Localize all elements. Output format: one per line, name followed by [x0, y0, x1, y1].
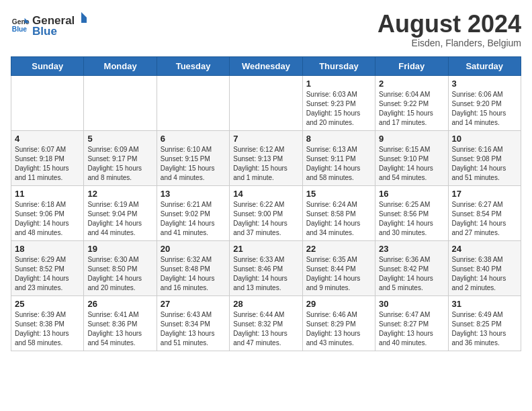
logo-triangle-icon	[75, 11, 88, 24]
day-info: Sunrise: 6:13 AM Sunset: 9:11 PM Dayligh…	[306, 145, 371, 183]
day-number: 25	[15, 299, 80, 309]
day-number: 10	[452, 134, 517, 144]
page-header: General Blue General Blue August 2024 Ei…	[11, 11, 521, 48]
day-number: 12	[87, 189, 152, 199]
weekday-header-monday: Monday	[84, 56, 157, 75]
calendar-cell: 17Sunrise: 6:27 AM Sunset: 8:54 PM Dayli…	[448, 185, 521, 240]
calendar-cell: 2Sunrise: 6:04 AM Sunset: 9:22 PM Daylig…	[375, 75, 448, 130]
calendar-cell	[157, 75, 229, 130]
calendar-week-3: 11Sunrise: 6:18 AM Sunset: 9:06 PM Dayli…	[11, 185, 521, 240]
day-number: 26	[87, 299, 152, 309]
day-info: Sunrise: 6:30 AM Sunset: 8:50 PM Dayligh…	[87, 255, 152, 293]
day-number: 15	[306, 189, 371, 199]
day-info: Sunrise: 6:19 AM Sunset: 9:04 PM Dayligh…	[87, 200, 152, 238]
day-info: Sunrise: 6:24 AM Sunset: 8:58 PM Dayligh…	[306, 200, 371, 238]
day-number: 2	[379, 79, 444, 89]
day-info: Sunrise: 6:49 AM Sunset: 8:25 PM Dayligh…	[452, 310, 517, 348]
calendar-cell: 27Sunrise: 6:43 AM Sunset: 8:34 PM Dayli…	[157, 295, 229, 351]
calendar-cell: 21Sunrise: 6:33 AM Sunset: 8:46 PM Dayli…	[230, 240, 302, 295]
day-number: 24	[452, 244, 517, 254]
calendar-cell: 29Sunrise: 6:46 AM Sunset: 8:29 PM Dayli…	[302, 295, 375, 351]
day-info: Sunrise: 6:09 AM Sunset: 9:17 PM Dayligh…	[87, 145, 152, 183]
day-info: Sunrise: 6:43 AM Sunset: 8:34 PM Dayligh…	[161, 310, 226, 348]
day-number: 8	[306, 134, 371, 144]
day-number: 16	[379, 189, 444, 199]
day-info: Sunrise: 6:22 AM Sunset: 9:00 PM Dayligh…	[233, 200, 298, 238]
calendar-week-5: 25Sunrise: 6:39 AM Sunset: 8:38 PM Dayli…	[11, 295, 521, 351]
calendar-cell: 23Sunrise: 6:36 AM Sunset: 8:42 PM Dayli…	[375, 240, 448, 295]
day-number: 7	[233, 134, 298, 144]
day-info: Sunrise: 6:29 AM Sunset: 8:52 PM Dayligh…	[15, 255, 80, 293]
day-info: Sunrise: 6:12 AM Sunset: 9:13 PM Dayligh…	[233, 145, 298, 183]
day-number: 28	[233, 299, 298, 309]
weekday-header-thursday: Thursday	[302, 56, 375, 75]
day-number: 6	[161, 134, 226, 144]
svg-text:Blue: Blue	[12, 26, 28, 33]
day-number: 3	[452, 79, 517, 89]
weekday-header-tuesday: Tuesday	[157, 56, 229, 75]
day-info: Sunrise: 6:03 AM Sunset: 9:23 PM Dayligh…	[306, 90, 371, 128]
day-number: 1	[306, 79, 371, 89]
calendar-cell: 12Sunrise: 6:19 AM Sunset: 9:04 PM Dayli…	[84, 185, 157, 240]
day-number: 9	[379, 134, 444, 144]
day-info: Sunrise: 6:16 AM Sunset: 9:08 PM Dayligh…	[452, 145, 517, 183]
day-info: Sunrise: 6:04 AM Sunset: 9:22 PM Dayligh…	[379, 90, 444, 128]
calendar-cell: 4Sunrise: 6:07 AM Sunset: 9:18 PM Daylig…	[11, 130, 84, 185]
day-info: Sunrise: 6:35 AM Sunset: 8:44 PM Dayligh…	[306, 255, 371, 293]
calendar-cell	[84, 75, 157, 130]
day-number: 20	[161, 244, 226, 254]
calendar-week-4: 18Sunrise: 6:29 AM Sunset: 8:52 PM Dayli…	[11, 240, 521, 295]
svg-marker-3	[81, 12, 87, 23]
day-number: 18	[15, 244, 80, 254]
subtitle: Eisden, Flanders, Belgium	[378, 38, 521, 48]
day-number: 29	[306, 299, 371, 309]
calendar-cell: 11Sunrise: 6:18 AM Sunset: 9:06 PM Dayli…	[11, 185, 84, 240]
calendar-table: SundayMondayTuesdayWednesdayThursdayFrid…	[11, 56, 521, 351]
calendar-cell: 3Sunrise: 6:06 AM Sunset: 9:20 PM Daylig…	[448, 75, 521, 130]
weekday-header-wednesday: Wednesday	[230, 56, 302, 75]
calendar-week-2: 4Sunrise: 6:07 AM Sunset: 9:18 PM Daylig…	[11, 130, 521, 185]
day-number: 30	[379, 299, 444, 309]
day-info: Sunrise: 6:44 AM Sunset: 8:32 PM Dayligh…	[233, 310, 298, 348]
calendar-cell	[11, 75, 84, 130]
calendar-cell: 18Sunrise: 6:29 AM Sunset: 8:52 PM Dayli…	[11, 240, 84, 295]
calendar-cell: 16Sunrise: 6:25 AM Sunset: 8:56 PM Dayli…	[375, 185, 448, 240]
day-number: 11	[15, 189, 80, 199]
day-number: 23	[379, 244, 444, 254]
day-info: Sunrise: 6:39 AM Sunset: 8:38 PM Dayligh…	[15, 310, 80, 348]
calendar-cell: 30Sunrise: 6:47 AM Sunset: 8:27 PM Dayli…	[375, 295, 448, 351]
day-number: 5	[87, 134, 152, 144]
day-info: Sunrise: 6:46 AM Sunset: 8:29 PM Dayligh…	[306, 310, 371, 348]
logo: General Blue General Blue	[11, 11, 88, 38]
calendar-cell: 22Sunrise: 6:35 AM Sunset: 8:44 PM Dayli…	[302, 240, 375, 295]
day-info: Sunrise: 6:38 AM Sunset: 8:40 PM Dayligh…	[452, 255, 517, 293]
calendar-cell: 15Sunrise: 6:24 AM Sunset: 8:58 PM Dayli…	[302, 185, 375, 240]
calendar-cell: 31Sunrise: 6:49 AM Sunset: 8:25 PM Dayli…	[448, 295, 521, 351]
day-info: Sunrise: 6:47 AM Sunset: 8:27 PM Dayligh…	[379, 310, 444, 348]
day-number: 21	[233, 244, 298, 254]
calendar-cell: 19Sunrise: 6:30 AM Sunset: 8:50 PM Dayli…	[84, 240, 157, 295]
main-title: August 2024	[378, 11, 521, 38]
day-number: 19	[87, 244, 152, 254]
title-block: August 2024 Eisden, Flanders, Belgium	[378, 11, 521, 48]
calendar-cell: 28Sunrise: 6:44 AM Sunset: 8:32 PM Dayli…	[230, 295, 302, 351]
logo-icon: General Blue	[11, 15, 30, 34]
calendar-cell: 14Sunrise: 6:22 AM Sunset: 9:00 PM Dayli…	[230, 185, 302, 240]
day-info: Sunrise: 6:06 AM Sunset: 9:20 PM Dayligh…	[452, 90, 517, 128]
calendar-cell: 26Sunrise: 6:41 AM Sunset: 8:36 PM Dayli…	[84, 295, 157, 351]
calendar-cell: 25Sunrise: 6:39 AM Sunset: 8:38 PM Dayli…	[11, 295, 84, 351]
weekday-header-friday: Friday	[375, 56, 448, 75]
calendar-week-1: 1Sunrise: 6:03 AM Sunset: 9:23 PM Daylig…	[11, 75, 521, 130]
weekday-header-row: SundayMondayTuesdayWednesdayThursdayFrid…	[11, 56, 521, 75]
calendar-cell: 10Sunrise: 6:16 AM Sunset: 9:08 PM Dayli…	[448, 130, 521, 185]
day-number: 14	[233, 189, 298, 199]
weekday-header-sunday: Sunday	[11, 56, 84, 75]
calendar-cell	[230, 75, 302, 130]
day-number: 22	[306, 244, 371, 254]
day-info: Sunrise: 6:33 AM Sunset: 8:46 PM Dayligh…	[233, 255, 298, 293]
day-number: 4	[15, 134, 80, 144]
calendar-cell: 24Sunrise: 6:38 AM Sunset: 8:40 PM Dayli…	[448, 240, 521, 295]
day-number: 31	[452, 299, 517, 309]
day-info: Sunrise: 6:18 AM Sunset: 9:06 PM Dayligh…	[15, 200, 80, 238]
calendar-cell: 7Sunrise: 6:12 AM Sunset: 9:13 PM Daylig…	[230, 130, 302, 185]
